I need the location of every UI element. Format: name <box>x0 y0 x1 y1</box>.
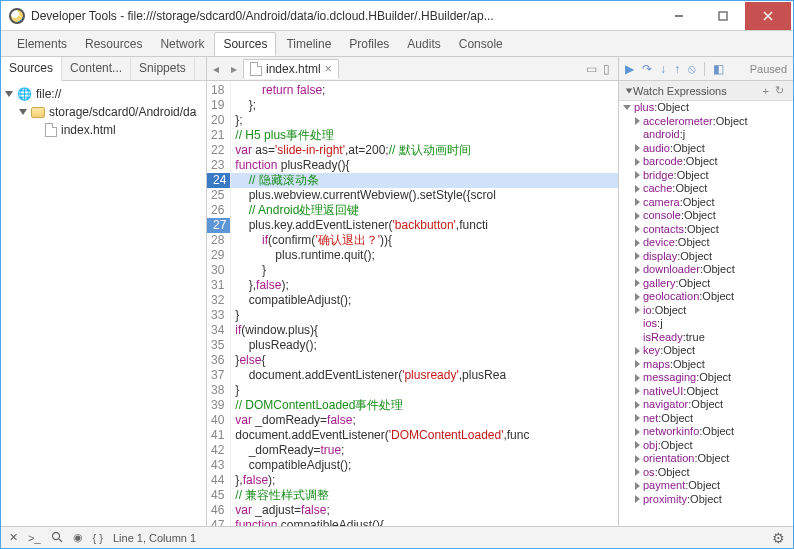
line-number[interactable]: 22 <box>211 143 224 158</box>
line-number[interactable]: 42 <box>211 443 224 458</box>
code-line[interactable]: if(confirm('确认退出？')){ <box>231 233 618 248</box>
code-line[interactable]: plus.webview.currentWebview().setStyle({… <box>231 188 618 203</box>
line-number[interactable]: 45 <box>211 488 224 503</box>
line-number[interactable]: 27 <box>207 218 230 233</box>
code-line[interactable]: }; <box>231 98 618 113</box>
code-line[interactable]: // H5 plus事件处理 <box>231 128 618 143</box>
watch-item[interactable]: maps: Object <box>619 358 793 372</box>
left-tab-content[interactable]: Content... <box>62 57 131 80</box>
step-into-button[interactable]: ↓ <box>660 62 666 76</box>
line-number[interactable]: 40 <box>211 413 224 428</box>
code-line[interactable]: var _adjust=false; <box>231 503 618 518</box>
watch-item[interactable]: camera: Object <box>619 196 793 210</box>
code-area[interactable]: return false; };};// H5 plus事件处理var as='… <box>231 81 618 526</box>
line-number[interactable]: 37 <box>211 368 224 383</box>
code-line[interactable]: return false; <box>231 83 618 98</box>
code-line[interactable]: // DOMContentLoaded事件处理 <box>231 398 618 413</box>
watch-item[interactable]: nativeUI: Object <box>619 385 793 399</box>
step-over-button[interactable]: ↷ <box>642 62 652 76</box>
pretty-print-icon[interactable]: { } <box>93 532 103 544</box>
watch-item[interactable]: android: j <box>619 128 793 142</box>
code-line[interactable]: if(window.plus){ <box>231 323 618 338</box>
watch-header[interactable]: Watch Expressions + ↻ <box>619 81 793 101</box>
code-line[interactable]: }else{ <box>231 353 618 368</box>
code-line[interactable]: } <box>231 308 618 323</box>
tree-root[interactable]: 🌐 file:// <box>5 85 202 103</box>
watch-item[interactable]: ios: j <box>619 317 793 331</box>
watch-item[interactable]: messaging: Object <box>619 371 793 385</box>
line-number[interactable]: 41 <box>211 428 224 443</box>
code-line[interactable]: var as='slide-in-right',at=200;// 默认动画时间 <box>231 143 618 158</box>
minimize-button[interactable] <box>657 2 701 30</box>
tab-history-forward[interactable]: ▸ <box>225 62 243 76</box>
watch-item[interactable]: console: Object <box>619 209 793 223</box>
code-line[interactable]: } <box>231 263 618 278</box>
line-number[interactable]: 25 <box>211 188 224 203</box>
watch-item[interactable]: device: Object <box>619 236 793 250</box>
line-number[interactable]: 43 <box>211 458 224 473</box>
main-tab-resources[interactable]: Resources <box>77 33 150 55</box>
console-icon[interactable]: >_ <box>28 532 41 544</box>
code-line[interactable]: }; <box>231 113 618 128</box>
pause-on-exceptions-button[interactable]: ◧ <box>713 62 724 76</box>
watch-item[interactable]: navigator: Object <box>619 398 793 412</box>
code-line[interactable]: // 隐藏滚动条 <box>231 173 618 188</box>
resume-button[interactable]: ▶ <box>625 62 634 76</box>
watch-item[interactable]: geolocation: Object <box>619 290 793 304</box>
code-line[interactable]: },false); <box>231 278 618 293</box>
watch-item[interactable]: downloader: Object <box>619 263 793 277</box>
watch-item[interactable]: orientation: Object <box>619 452 793 466</box>
refresh-watch-button[interactable]: ↻ <box>772 84 787 97</box>
line-number[interactable]: 39 <box>211 398 224 413</box>
watch-item[interactable]: cache: Object <box>619 182 793 196</box>
watch-item[interactable]: key: Object <box>619 344 793 358</box>
tree-file[interactable]: index.html <box>5 121 202 139</box>
code-line[interactable]: var _domReady=false; <box>231 413 618 428</box>
line-number[interactable]: 20 <box>211 113 224 128</box>
search-icon[interactable] <box>51 531 63 545</box>
main-tab-profiles[interactable]: Profiles <box>341 33 397 55</box>
watch-item[interactable]: net: Object <box>619 412 793 426</box>
line-number[interactable]: 28 <box>211 233 224 248</box>
line-number[interactable]: 32 <box>211 293 224 308</box>
line-number[interactable]: 29 <box>211 248 224 263</box>
format-icon[interactable]: ▭ <box>586 62 597 76</box>
code-line[interactable]: // Android处理返回键 <box>231 203 618 218</box>
main-tab-timeline[interactable]: Timeline <box>278 33 339 55</box>
line-number[interactable]: 46 <box>211 503 224 518</box>
sidebar-toggle-icon[interactable]: ▯ <box>603 62 610 76</box>
code-line[interactable]: compatibleAdjust(); <box>231 293 618 308</box>
watch-item[interactable]: gallery: Object <box>619 277 793 291</box>
maximize-button[interactable] <box>701 2 745 30</box>
line-number[interactable]: 44 <box>211 473 224 488</box>
main-tab-network[interactable]: Network <box>152 33 212 55</box>
settings-icon[interactable]: ⚙ <box>772 530 785 546</box>
watch-item[interactable]: bridge: Object <box>619 169 793 183</box>
watch-item[interactable]: networkinfo: Object <box>619 425 793 439</box>
main-tab-console[interactable]: Console <box>451 33 511 55</box>
code-line[interactable]: // 兼容性样式调整 <box>231 488 618 503</box>
add-watch-button[interactable]: + <box>760 85 772 97</box>
left-tab-sources[interactable]: Sources <box>1 57 62 81</box>
line-number[interactable]: 35 <box>211 338 224 353</box>
line-number[interactable]: 36 <box>211 353 224 368</box>
watch-item[interactable]: barcode: Object <box>619 155 793 169</box>
line-number[interactable]: 31 <box>211 278 224 293</box>
watch-item[interactable]: proximity: Object <box>619 493 793 507</box>
close-icon[interactable]: × <box>325 62 332 76</box>
deactivate-breakpoints-button[interactable]: ⦸ <box>688 62 696 76</box>
line-number[interactable]: 21 <box>211 128 224 143</box>
watch-item[interactable]: isReady: true <box>619 331 793 345</box>
line-number[interactable]: 19 <box>211 98 224 113</box>
watch-item[interactable]: audio: Object <box>619 142 793 156</box>
tree-folder[interactable]: storage/sdcard0/Android/da <box>5 103 202 121</box>
watch-item[interactable]: accelerometer: Object <box>619 115 793 129</box>
watch-item[interactable]: payment: Object <box>619 479 793 493</box>
watch-item[interactable]: display: Object <box>619 250 793 264</box>
watch-item[interactable]: plus: Object <box>619 101 793 115</box>
code-line[interactable]: } <box>231 383 618 398</box>
line-number[interactable]: 34 <box>211 323 224 338</box>
line-number[interactable]: 24 <box>207 173 230 188</box>
line-number[interactable]: 18 <box>211 83 224 98</box>
watch-item[interactable]: obj: Object <box>619 439 793 453</box>
